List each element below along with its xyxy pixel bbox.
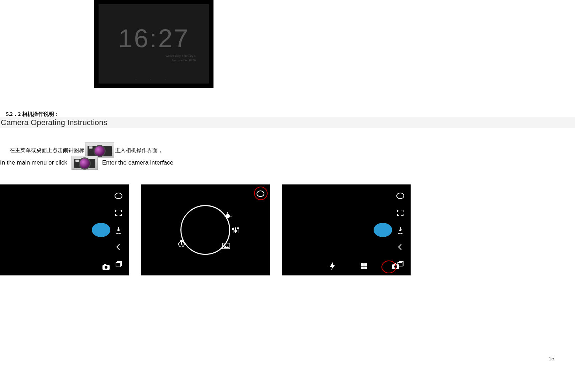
- camera-app-icon: [72, 156, 98, 170]
- annotation-circle: [381, 261, 396, 273]
- instruction-en-after: Enter the camera interface: [102, 159, 173, 166]
- document-page: 16:27 Wednesday, February 1 Alarm set fo…: [0, 0, 575, 392]
- svg-point-6: [226, 214, 230, 218]
- instruction-en-before: In the main menu or click: [0, 159, 67, 166]
- fullscreen-icon[interactable]: [114, 209, 123, 217]
- timer-icon[interactable]: [177, 239, 186, 248]
- annotation-circle: [254, 187, 268, 200]
- clock-screenshot-inner: 16:27 Wednesday, February 1 Alarm set fo…: [99, 4, 209, 84]
- camera-screenshot-2: [141, 184, 270, 275]
- thumbnail-icon[interactable]: [114, 192, 123, 200]
- svg-rect-3: [104, 264, 106, 265]
- section-number-cn: 5.2．2 相机操作说明：: [6, 111, 59, 118]
- fullscreen-icon[interactable]: [396, 209, 405, 217]
- switch-camera-icon[interactable]: [396, 226, 405, 234]
- exposure-icon[interactable]: [223, 211, 232, 221]
- camera-screenshots-row: [0, 184, 411, 275]
- camera-mode-icon[interactable]: [102, 263, 110, 271]
- svg-rect-1: [116, 263, 120, 267]
- clock-nav-dots: · · ·: [99, 77, 209, 81]
- back-icon[interactable]: [396, 243, 405, 251]
- thumbnail-icon[interactable]: [396, 192, 405, 200]
- shutter-button[interactable]: [92, 223, 110, 237]
- svg-point-4: [105, 266, 107, 269]
- flash-icon[interactable]: [328, 262, 337, 270]
- svg-rect-14: [361, 263, 364, 266]
- svg-point-0: [115, 193, 122, 199]
- switch-camera-icon[interactable]: [114, 226, 123, 234]
- camera-side-toolbar: [395, 192, 406, 268]
- svg-rect-9: [237, 228, 239, 229]
- instruction-cn-before: 在主菜单或桌面上点击闹钟图标: [10, 147, 84, 154]
- svg-rect-7: [232, 229, 234, 230]
- camera-screenshot-3: [282, 184, 411, 275]
- camera-radial-menu[interactable]: [180, 205, 230, 255]
- svg-rect-8: [235, 231, 236, 232]
- clock-screenshot: 16:27 Wednesday, February 1 Alarm set fo…: [94, 0, 213, 88]
- camera-side-toolbar: [113, 192, 124, 268]
- shutter-button[interactable]: [374, 223, 392, 237]
- clock-day: Wednesday, February 1: [165, 54, 196, 58]
- grid-icon[interactable]: [360, 262, 368, 270]
- settings-sliders-icon[interactable]: [231, 226, 240, 235]
- instruction-line-en: In the main menu or click Enter the came…: [0, 156, 173, 170]
- clock-subtext: Wednesday, February 1 Alarm set for 18:3…: [165, 54, 196, 63]
- section-title-en: Camera Operating Instructions: [0, 117, 575, 128]
- svg-rect-15: [364, 263, 367, 266]
- svg-rect-16: [361, 267, 364, 269]
- clock-alarm: Alarm set for 18:30: [165, 58, 196, 63]
- scene-icon[interactable]: [222, 241, 231, 251]
- camera-screenshot-1: [0, 184, 129, 275]
- page-number: 15: [548, 355, 554, 361]
- svg-rect-17: [364, 267, 367, 269]
- stack-icon[interactable]: [114, 260, 123, 268]
- svg-point-12: [397, 193, 404, 199]
- clock-time: 16:27: [99, 24, 209, 53]
- back-icon[interactable]: [114, 243, 123, 251]
- instruction-cn-after: 进入相机操作界面，: [115, 147, 163, 154]
